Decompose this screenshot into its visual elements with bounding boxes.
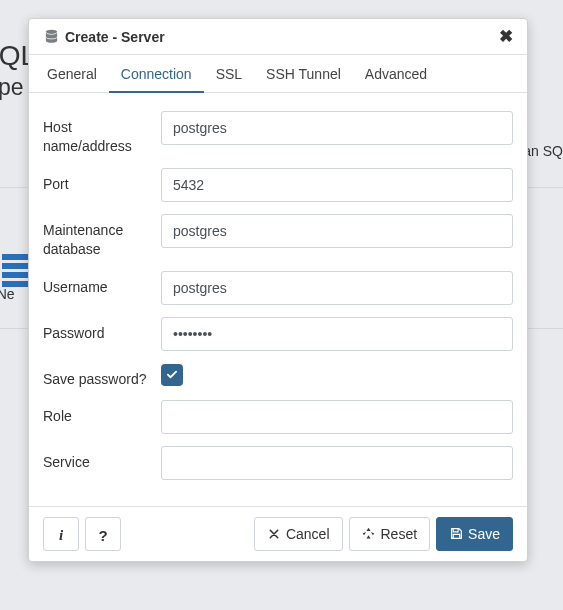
recycle-icon [362, 527, 376, 541]
save-button[interactable]: Save [436, 517, 513, 551]
tab-advanced[interactable]: Advanced [353, 56, 439, 93]
info-icon: i [54, 527, 68, 541]
cancel-label: Cancel [286, 526, 330, 542]
label-host: Host name/address [43, 111, 161, 156]
label-role: Role [43, 400, 161, 426]
input-host[interactable] [161, 111, 513, 145]
reset-button[interactable]: Reset [349, 517, 431, 551]
input-role[interactable] [161, 400, 513, 434]
create-server-dialog: Create - Server ✖ General Connection SSL… [28, 18, 528, 562]
dialog-footer: i ? Cancel Reset Save [29, 506, 527, 561]
bg-text-bottom: d Ne [0, 286, 15, 302]
info-button[interactable]: i [43, 517, 79, 551]
row-port: Port [43, 168, 513, 202]
save-label: Save [468, 526, 500, 542]
input-service[interactable] [161, 446, 513, 480]
row-service: Service [43, 446, 513, 480]
row-password: Password [43, 317, 513, 351]
tab-connection[interactable]: Connection [109, 56, 204, 93]
input-maintenance-db[interactable] [161, 214, 513, 248]
label-service: Service [43, 446, 161, 472]
server-icon [43, 30, 59, 44]
toggle-save-password[interactable] [161, 364, 183, 386]
row-maintenance-db: Maintenance database [43, 214, 513, 259]
question-icon: ? [96, 527, 110, 541]
check-icon [166, 369, 178, 381]
tab-general[interactable]: General [35, 56, 109, 93]
label-password: Password [43, 317, 161, 343]
close-icon-small [267, 527, 281, 541]
input-port[interactable] [161, 168, 513, 202]
label-save-password: Save password? [43, 363, 161, 389]
row-host: Host name/address [43, 111, 513, 156]
reset-label: Reset [381, 526, 418, 542]
close-icon[interactable]: ✖ [499, 28, 513, 45]
row-role: Role [43, 400, 513, 434]
label-maintenance-db: Maintenance database [43, 214, 161, 259]
help-button[interactable]: ? [85, 517, 121, 551]
input-password[interactable] [161, 317, 513, 351]
label-username: Username [43, 271, 161, 297]
dialog-tabs: General Connection SSL SSH Tunnel Advanc… [29, 55, 527, 93]
label-port: Port [43, 168, 161, 194]
svg-point-0 [45, 30, 56, 34]
bg-text-right: an SQ [523, 143, 563, 159]
tab-ssl[interactable]: SSL [204, 56, 254, 93]
dialog-header: Create - Server ✖ [29, 19, 527, 55]
dialog-body: Host name/address Port Maintenance datab… [29, 93, 527, 506]
input-username[interactable] [161, 271, 513, 305]
row-save-password: Save password? [43, 363, 513, 389]
tab-ssh-tunnel[interactable]: SSH Tunnel [254, 56, 353, 93]
dialog-title: Create - Server [65, 29, 499, 45]
row-username: Username [43, 271, 513, 305]
save-icon [449, 527, 463, 541]
cancel-button[interactable]: Cancel [254, 517, 343, 551]
